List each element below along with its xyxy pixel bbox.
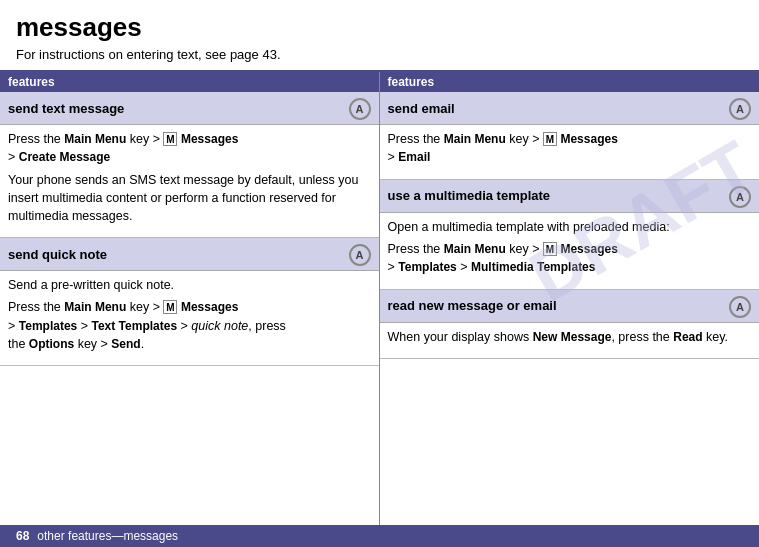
quick-note-send: Send [111,337,140,351]
email-messages-icon: M [543,132,557,146]
quick-note-templates: Templates [19,319,77,333]
email-label: Email [398,150,430,164]
read-message-title: read new message or email [388,298,557,313]
mm-messages-icon: M [543,242,557,256]
footer-page-number: 68 [16,529,29,543]
quick-note-main-menu: Main Menu [64,300,126,314]
send-email-body: Press the Main Menu key > M Messages > E… [380,125,760,179]
quick-note-text-templates: Text Templates [92,319,178,333]
send-email-icon: A [729,98,751,120]
multimedia-template-title-row: use a multimedia template A [380,180,760,213]
read-message-title-row: read new message or email A [380,290,760,323]
mm-messages: Messages [560,242,617,256]
quick-note-italic: quick note [191,319,248,333]
send-quick-note-body: Send a pre-written quick note. Press the… [0,271,379,365]
multimedia-template-section: use a multimedia template A Open a multi… [380,180,760,290]
multimedia-template-desc: Open a multimedia template with preloade… [388,218,752,236]
send-quick-note-title: send quick note [8,247,107,262]
send-email-title-row: send email A [380,92,760,125]
send-text-message-section: send text message A Press the Main Menu … [0,92,379,238]
read-key-label: Read [673,330,702,344]
send-text-message-title: send text message [8,101,124,116]
send-text-message-description: Your phone sends an SMS text message by … [8,171,371,225]
quick-note-messages: Messages [181,300,238,314]
send-quick-note-title-row: send quick note A [0,238,379,271]
send-text-message-icon: A [349,98,371,120]
email-main-menu: Main Menu [444,132,506,146]
page-subtitle: For instructions on entering text, see p… [0,47,759,70]
send-quick-note-menu: Press the Main Menu key > M Messages > T… [8,298,371,353]
send-email-section: send email A Press the Main Menu key > M… [380,92,760,180]
read-message-section: read new message or email A When your di… [380,290,760,359]
left-column: features send text message A Press the M… [0,72,380,525]
multimedia-template-menu: Press the Main Menu key > M Messages > T… [388,240,752,277]
new-message-label: New Message [533,330,612,344]
send-quick-note-desc: Send a pre-written quick note. [8,276,371,294]
messages-icon: M [163,132,177,146]
send-text-message-menu: Press the Main Menu key > M Messages > C… [8,130,371,167]
mm-main-menu: Main Menu [444,242,506,256]
multimedia-template-icon: A [729,186,751,208]
right-column: features send email A Press the Main Men… [380,72,760,525]
right-features-header: features [380,72,760,92]
send-quick-note-icon: A [349,244,371,266]
mm-templates: Templates [398,260,456,274]
multimedia-template-body: Open a multimedia template with preloade… [380,213,760,289]
read-message-desc: When your display shows New Message, pre… [388,328,752,346]
left-features-header: features [0,72,379,92]
page-title: messages [0,0,759,47]
send-text-message-body: Press the Main Menu key > M Messages > C… [0,125,379,237]
footer-bar: 68 other features—messages [0,525,759,547]
main-menu-key-label: Main Menu [64,132,126,146]
create-message-label: Create Message [19,150,110,164]
read-message-body: When your display shows New Message, pre… [380,323,760,358]
page-wrapper: messages For instructions on entering te… [0,0,759,547]
email-messages: Messages [560,132,617,146]
multimedia-template-title: use a multimedia template [388,188,551,203]
quick-note-options: Options [29,337,74,351]
footer-section-label: other features—messages [37,529,178,543]
send-email-menu: Press the Main Menu key > M Messages > E… [388,130,752,167]
send-email-title: send email [388,101,455,116]
quick-note-messages-icon: M [163,300,177,314]
read-message-icon: A [729,296,751,318]
messages-label: Messages [181,132,238,146]
send-quick-note-section: send quick note A Send a pre-written qui… [0,238,379,366]
send-text-message-title-row: send text message A [0,92,379,125]
main-content: features send text message A Press the M… [0,70,759,525]
mm-multimedia-templates: Multimedia Templates [471,260,595,274]
